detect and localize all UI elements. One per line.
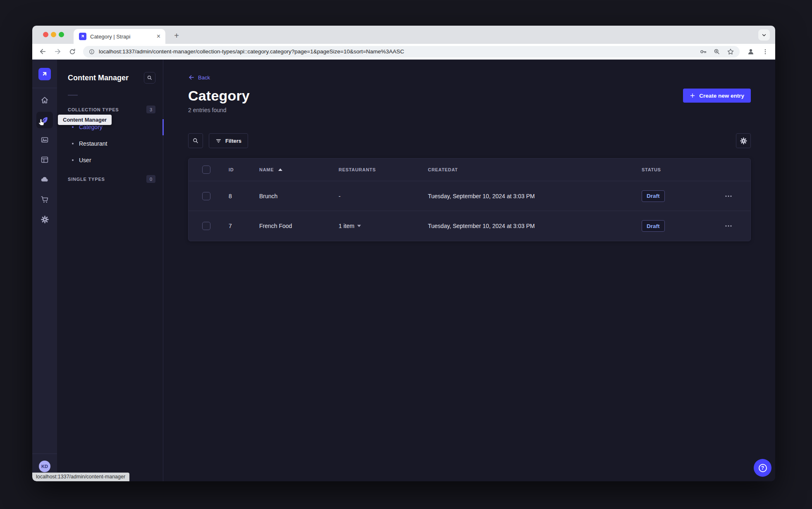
bookmark-star-icon[interactable] (727, 48, 734, 55)
bullet-dot (72, 126, 74, 128)
filters-button[interactable]: Filters (209, 133, 248, 148)
cell-id: 8 (229, 193, 259, 199)
header-id[interactable]: ID (229, 167, 259, 172)
collection-types-count-badge: 3 (146, 106, 155, 113)
tab-search-chevron-icon[interactable] (758, 29, 770, 41)
view-settings-gear-icon[interactable] (736, 133, 751, 148)
filter-icon (215, 138, 222, 144)
table-header-row: ID NAME RESTAURANTS CREATEDAT STATUS (189, 158, 750, 181)
browser-menu-kebab-icon[interactable] (762, 48, 769, 55)
subnav-title: Content Manager (68, 74, 129, 82)
new-tab-button[interactable]: + (170, 29, 183, 42)
content-type-builder-icon[interactable] (36, 151, 53, 168)
user-avatar[interactable]: KD (39, 461, 50, 472)
subnav-divider (68, 95, 78, 96)
back-link[interactable]: Back (188, 74, 210, 81)
status-badge: Draft (642, 190, 665, 202)
rail-divider (32, 88, 57, 88)
password-key-icon[interactable] (700, 48, 707, 55)
cell-id: 7 (229, 223, 259, 229)
rail-divider (32, 454, 57, 454)
status-badge: Draft (642, 220, 665, 232)
page-title: Category (188, 88, 250, 103)
row-checkbox[interactable] (202, 222, 210, 230)
create-new-entry-button[interactable]: Create new entry (683, 89, 751, 103)
back-arrow-icon (188, 74, 195, 81)
hand-cursor (37, 118, 46, 127)
browser-toolbar: localhost:1337/admin/content-manager/col… (32, 44, 775, 60)
sidebar-item-user[interactable]: User (72, 154, 91, 167)
subnav-search-icon[interactable] (144, 72, 155, 84)
strapi-admin: KD Content Manager COLLECTION TYPES 3 (32, 60, 775, 481)
profile-avatar-icon[interactable] (747, 48, 755, 56)
tab-close-icon[interactable]: × (156, 33, 161, 40)
single-types-label: SINGLE TYPES (68, 177, 105, 182)
chevron-down-icon (357, 225, 361, 227)
tab-title: Category | Strapi (90, 34, 156, 40)
browser-window: Category | Strapi × + local (32, 26, 775, 481)
media-library-icon[interactable] (36, 132, 53, 148)
reload-icon[interactable] (69, 48, 76, 55)
cell-createdat: Tuesday, September 10, 2024 at 3:03 PM (428, 223, 642, 229)
row-checkbox[interactable] (202, 192, 210, 200)
header-createdat[interactable]: CREATEDAT (428, 167, 642, 172)
window-zoom-button[interactable] (59, 32, 64, 37)
browser-tab-bar: Category | Strapi × + (32, 26, 775, 44)
row-actions-menu-icon[interactable] (722, 222, 750, 230)
sort-ascending-icon (278, 168, 282, 171)
marketplace-cart-icon[interactable] (36, 191, 53, 208)
cell-name: French Food (259, 223, 339, 229)
table-row[interactable]: 8 Brunch - Tuesday, September 10, 2024 a… (189, 181, 750, 211)
help-button[interactable]: ? (754, 459, 771, 477)
bullet-dot (72, 159, 74, 161)
question-mark-icon: ? (759, 464, 767, 472)
collection-types-label: COLLECTION TYPES (68, 107, 119, 112)
bullet-dot (72, 143, 74, 144)
header-name[interactable]: NAME (259, 167, 339, 172)
entries-table: ID NAME RESTAURANTS CREATEDAT STATUS 8 B… (188, 158, 751, 241)
desktop: Category | Strapi × + local (0, 0, 812, 509)
window-close-button[interactable] (43, 32, 48, 37)
main-content: Back Category Create new entry 2 entries… (163, 60, 775, 481)
strapi-favicon-icon (79, 33, 86, 40)
header-status[interactable]: STATUS (642, 167, 722, 172)
link-preview-statusbar: localhost:1337/admin/content-manager (32, 473, 129, 481)
cell-restaurants: - (339, 193, 428, 199)
back-arrow-icon[interactable] (39, 48, 47, 55)
strapi-logo[interactable] (38, 68, 51, 80)
content-manager-tooltip: Content Manager (58, 115, 112, 125)
cell-name: Brunch (259, 193, 339, 199)
settings-gear-icon[interactable] (36, 211, 53, 228)
address-bar[interactable]: localhost:1337/admin/content-manager/col… (83, 46, 740, 58)
cloud-icon[interactable] (36, 171, 53, 188)
zoom-in-icon[interactable] (713, 48, 721, 55)
table-search-icon[interactable] (188, 133, 203, 148)
browser-tab[interactable]: Category | Strapi × (74, 29, 165, 44)
home-icon[interactable] (36, 92, 53, 108)
select-all-checkbox[interactable] (202, 166, 210, 174)
forward-arrow-icon[interactable] (54, 48, 62, 55)
entries-count: 2 entries found (188, 107, 751, 113)
plus-icon (690, 93, 695, 98)
table-row[interactable]: 7 French Food 1 item Tuesday, September … (189, 211, 750, 241)
window-minimize-button[interactable] (51, 32, 56, 37)
url-text: localhost:1337/admin/content-manager/col… (99, 48, 696, 55)
cell-restaurants[interactable]: 1 item (339, 223, 428, 229)
row-actions-menu-icon[interactable] (722, 192, 750, 200)
header-restaurants[interactable]: RESTAURANTS (339, 167, 428, 172)
sidebar-item-restaurant[interactable]: Restaurant (72, 137, 107, 150)
cell-createdat: Tuesday, September 10, 2024 at 3:03 PM (428, 193, 642, 199)
page-info-icon[interactable] (88, 48, 95, 55)
single-types-count-badge: 0 (146, 175, 155, 183)
